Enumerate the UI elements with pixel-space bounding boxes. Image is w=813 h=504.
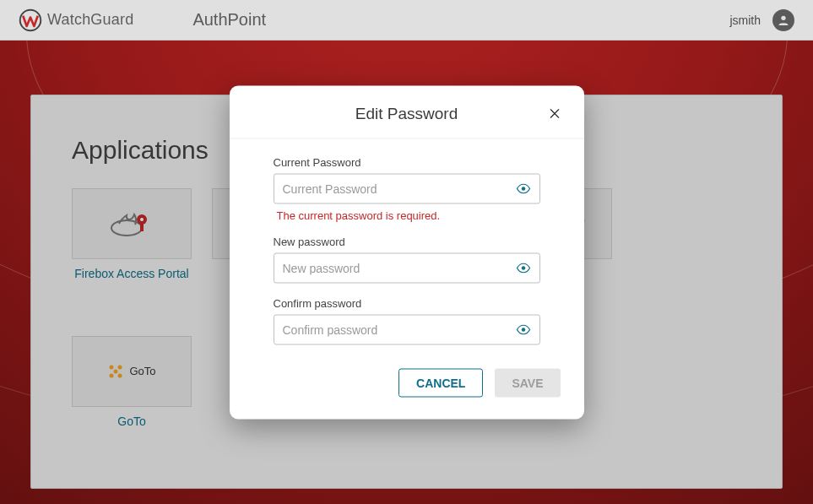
confirm-password-input[interactable] bbox=[283, 322, 509, 336]
input-wrap bbox=[274, 314, 540, 344]
field-label: Current Password bbox=[274, 155, 540, 168]
current-password-input[interactable] bbox=[283, 182, 509, 195]
svg-point-2 bbox=[111, 220, 142, 236]
brand: WatchGuard bbox=[19, 8, 133, 32]
svg-point-12 bbox=[521, 187, 525, 191]
app-goto: GoTo GoTo bbox=[72, 336, 192, 430]
header-bar: WatchGuard AuthPoint jsmith bbox=[0, 0, 813, 41]
svg-point-11 bbox=[114, 369, 118, 373]
current-password-field: Current Password The current password is… bbox=[274, 155, 540, 221]
user-avatar-icon[interactable] bbox=[772, 9, 794, 31]
input-wrap bbox=[274, 252, 540, 283]
goto-icon bbox=[107, 363, 124, 380]
svg-point-13 bbox=[521, 266, 525, 270]
input-wrap bbox=[274, 173, 540, 203]
watchguard-logo-icon bbox=[19, 8, 42, 32]
firebox-icon bbox=[106, 204, 157, 243]
svg-point-7 bbox=[110, 365, 114, 369]
eye-icon bbox=[516, 260, 531, 275]
close-button[interactable] bbox=[544, 102, 566, 124]
close-icon bbox=[548, 106, 561, 120]
app-tile[interactable]: GoTo bbox=[72, 336, 192, 407]
username-label: jsmith bbox=[729, 14, 761, 27]
app-tile-label: GoTo bbox=[129, 365, 155, 377]
svg-rect-4 bbox=[140, 223, 144, 231]
svg-point-1 bbox=[781, 15, 785, 19]
svg-point-8 bbox=[118, 365, 122, 369]
app-link[interactable]: GoTo bbox=[117, 414, 145, 430]
toggle-visibility-button[interactable] bbox=[514, 258, 533, 277]
product-name: AuthPoint bbox=[192, 10, 266, 30]
confirm-password-field: Confirm password bbox=[274, 296, 540, 344]
field-label: Confirm password bbox=[274, 296, 540, 309]
cancel-button[interactable]: CANCEL bbox=[398, 368, 483, 397]
toggle-visibility-button[interactable] bbox=[514, 320, 533, 339]
svg-point-10 bbox=[118, 373, 122, 377]
new-password-input[interactable] bbox=[283, 261, 509, 274]
svg-point-14 bbox=[521, 328, 525, 332]
modal-title: Edit Password bbox=[355, 104, 458, 122]
brand-name: WatchGuard bbox=[47, 11, 133, 29]
modal-footer: CANCEL SAVE bbox=[230, 361, 584, 400]
save-button[interactable]: SAVE bbox=[495, 368, 560, 397]
modal-body: Current Password The current password is… bbox=[230, 138, 584, 361]
svg-point-9 bbox=[110, 373, 114, 377]
svg-point-5 bbox=[140, 218, 144, 221]
app-link[interactable]: Firebox Access Portal bbox=[74, 266, 188, 282]
edit-password-modal: Edit Password Current Password The curre… bbox=[230, 85, 584, 419]
eye-icon bbox=[516, 322, 531, 337]
validation-error: The current password is required. bbox=[274, 209, 540, 221]
toggle-visibility-button[interactable] bbox=[514, 179, 533, 198]
svg-point-0 bbox=[20, 9, 41, 30]
eye-icon bbox=[516, 181, 531, 196]
app-firebox: Firebox Access Portal bbox=[72, 188, 192, 282]
app-tile[interactable] bbox=[72, 188, 192, 259]
modal-header: Edit Password bbox=[230, 104, 584, 138]
field-label: New password bbox=[274, 235, 540, 247]
new-password-field: New password bbox=[274, 235, 540, 283]
